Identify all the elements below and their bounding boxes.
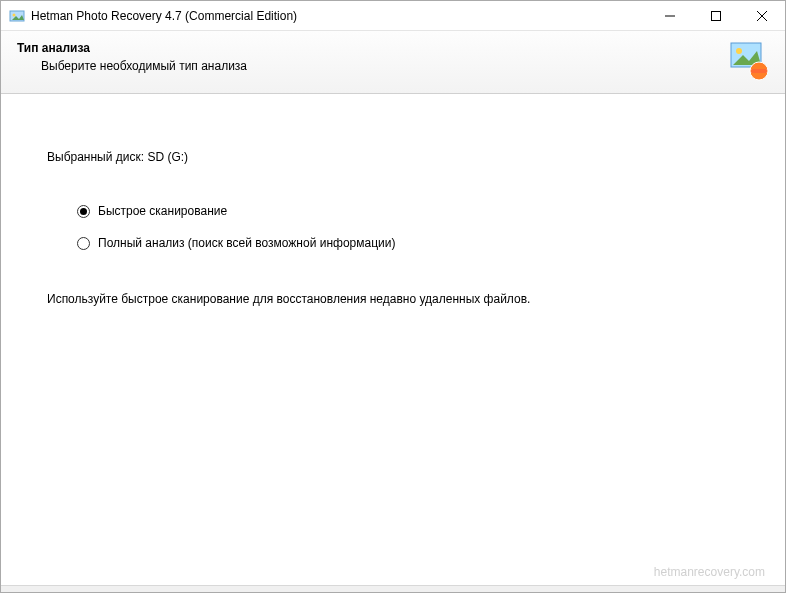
titlebar: Hetman Photo Recovery 4.7 (Commercial Ed… bbox=[1, 1, 785, 31]
radio-label: Быстрое сканирование bbox=[98, 204, 227, 218]
radio-label: Полный анализ (поиск всей возможной инфо… bbox=[98, 236, 395, 250]
watermark: hetmanrecovery.com bbox=[654, 565, 765, 579]
minimize-button[interactable] bbox=[647, 1, 693, 30]
svg-point-1 bbox=[13, 13, 16, 16]
svg-rect-10 bbox=[751, 69, 767, 73]
window-title: Hetman Photo Recovery 4.7 (Commercial Ed… bbox=[31, 9, 647, 23]
maximize-button[interactable] bbox=[693, 1, 739, 30]
window-buttons bbox=[647, 1, 785, 30]
wizard-header: Тип анализа Выберите необходимый тип ана… bbox=[1, 31, 785, 94]
content-area: Выбранный диск: SD (G:) Быстрое сканиров… bbox=[1, 150, 785, 585]
page-title: Тип анализа bbox=[17, 41, 721, 55]
radio-input-icon bbox=[77, 237, 90, 250]
selected-disk-label: Выбранный диск: SD (G:) bbox=[47, 150, 739, 164]
app-icon bbox=[9, 8, 25, 24]
page-subtitle: Выберите необходимый тип анализа bbox=[17, 59, 721, 73]
svg-rect-3 bbox=[712, 11, 721, 20]
radio-full-analysis[interactable]: Полный анализ (поиск всей возможной инфо… bbox=[77, 236, 739, 250]
radio-input-icon bbox=[77, 205, 90, 218]
close-button[interactable] bbox=[739, 1, 785, 30]
radio-quick-scan[interactable]: Быстрое сканирование bbox=[77, 204, 739, 218]
hint-text: Используйте быстрое сканирование для вос… bbox=[47, 292, 739, 306]
svg-point-7 bbox=[736, 48, 742, 54]
analysis-type-group: Быстрое сканирование Полный анализ (поис… bbox=[77, 204, 739, 250]
header-icon bbox=[729, 41, 769, 81]
wizard-footer: Помощь Опции < Назад Далее > Закрыть bbox=[1, 585, 785, 593]
